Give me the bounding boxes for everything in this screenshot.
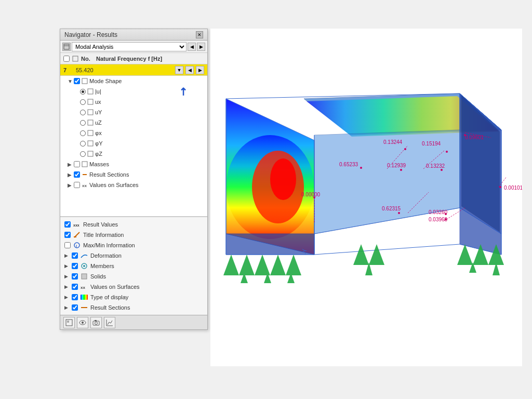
col-freq-header: Natural Frequency f [Hz] xyxy=(96,56,162,62)
svg-text:xx: xx xyxy=(81,285,85,290)
phiy-icon xyxy=(87,140,94,147)
svg-point-20 xyxy=(83,265,85,267)
result-values-checkbox[interactable] xyxy=(64,221,71,228)
result-sections-icon xyxy=(81,171,88,178)
svg-rect-6 xyxy=(88,110,93,115)
mode-shape-item[interactable]: ▼ Mode Shape xyxy=(60,76,207,86)
chart-btn[interactable] xyxy=(104,317,115,328)
eye-btn[interactable] xyxy=(77,317,88,328)
ux-label: ux xyxy=(95,99,101,105)
svg-point-37 xyxy=(270,158,296,200)
result-sections-item[interactable]: ▶ Result Sections xyxy=(60,169,207,180)
radio-uy-btn[interactable] xyxy=(80,110,86,115)
svg-text:0.00000: 0.00000 xyxy=(301,192,321,197)
legend-result-values[interactable]: xxx Result Values xyxy=(60,219,207,230)
svg-point-29 xyxy=(95,322,98,324)
members-icon xyxy=(80,262,88,270)
values-surfaces-tree-arrow: ▶ xyxy=(64,284,70,289)
col-no-header: No. xyxy=(81,56,94,62)
legend-type-display[interactable]: ▶ Type of display xyxy=(60,292,207,302)
svg-text:xx: xx xyxy=(82,183,87,188)
deformation-label: Deformation xyxy=(90,252,122,259)
maxmin-label: Max/Min Information xyxy=(83,242,135,248)
legend-deformation[interactable]: ▶ Deformation xyxy=(60,250,207,261)
svg-point-100 xyxy=(445,218,447,220)
result-values-label: Result Values xyxy=(83,221,118,228)
phiy-label: φY xyxy=(95,140,102,147)
radio-phiz[interactable]: φZ xyxy=(60,149,207,159)
masses-arrow: ▶ xyxy=(68,162,73,167)
radio-phiy-btn[interactable] xyxy=(80,141,86,147)
type-display-icon xyxy=(80,293,88,301)
radio-ux[interactable]: ux xyxy=(60,97,207,107)
close-button[interactable]: ✕ xyxy=(196,31,203,38)
phiz-label: φZ xyxy=(95,151,102,157)
svg-rect-10 xyxy=(88,151,93,156)
analysis-dropdown[interactable]: Modal Analysis xyxy=(72,42,187,51)
radio-ux-btn[interactable] xyxy=(80,99,86,105)
nav-prev-button[interactable]: ◀ xyxy=(188,43,196,51)
row-prev-btn[interactable]: ◀ xyxy=(185,66,194,74)
values-surfaces2-checkbox[interactable] xyxy=(72,284,78,290)
svg-text:0.12939: 0.12939 xyxy=(387,163,406,168)
header-checkbox[interactable] xyxy=(63,56,70,62)
masses-item[interactable]: ▶ Masses xyxy=(60,159,207,169)
result-sections-checkbox[interactable] xyxy=(74,171,80,178)
radio-uz[interactable]: uZ xyxy=(60,117,207,128)
svg-point-27 xyxy=(82,322,84,324)
phiz-icon xyxy=(87,150,94,157)
title-info-checkbox[interactable] xyxy=(64,232,71,238)
deformation-checkbox[interactable] xyxy=(72,252,78,259)
camera-btn[interactable] xyxy=(90,317,102,328)
svg-rect-7 xyxy=(88,120,93,125)
deformation-arrow: ▶ xyxy=(64,253,70,258)
svg-point-95 xyxy=(464,134,466,136)
legend-maxmin-info[interactable]: i Max/Min Information xyxy=(60,240,207,250)
svg-text:-Y: -Y xyxy=(301,248,308,255)
radio-phiz-btn[interactable] xyxy=(80,151,86,157)
svg-point-93 xyxy=(404,148,406,150)
svg-rect-8 xyxy=(88,130,93,136)
solids-label: Solids xyxy=(90,273,106,280)
selected-row[interactable]: 7 55.420 ▼ ◀ ▶ xyxy=(60,64,207,76)
radio-uz-btn[interactable] xyxy=(80,120,86,126)
svg-rect-25 xyxy=(67,321,69,323)
viewport-svg: -Y 0.00000 0.65233 0.13244 0.15194 0.096… xyxy=(210,29,522,366)
row-dropdown-btn[interactable]: ▼ xyxy=(175,66,183,74)
type-display-checkbox[interactable] xyxy=(72,294,78,300)
row-next-btn[interactable]: ▶ xyxy=(196,66,204,74)
tree-area: No. Natural Frequency f [Hz] 7 55.420 ▼ … xyxy=(60,53,207,216)
radio-phiy[interactable]: φY xyxy=(60,138,207,149)
mode-shape-checkbox[interactable] xyxy=(74,78,80,84)
radio-uy[interactable]: uY xyxy=(60,107,207,117)
legend-values-surfaces[interactable]: ▶ xx Values on Surfaces xyxy=(60,282,207,292)
maxmin-checkbox[interactable] xyxy=(64,242,71,248)
result-sections2-checkbox[interactable] xyxy=(72,304,78,311)
radio-phix-btn[interactable] xyxy=(80,130,86,136)
solids-checkbox[interactable] xyxy=(72,273,78,280)
values-surfaces-checkbox[interactable] xyxy=(74,182,80,188)
svg-rect-2 xyxy=(73,56,78,61)
legend-title-info[interactable]: Title Information xyxy=(60,230,207,240)
values-surfaces2-icon: xx xyxy=(80,283,88,291)
svg-text:0.00101: 0.00101 xyxy=(504,185,522,191)
radio-u-abs-btn[interactable] xyxy=(80,89,86,95)
nav-next-button[interactable]: ▶ xyxy=(197,43,205,51)
svg-rect-3 xyxy=(82,78,87,84)
legend-solids[interactable]: ▶ Solids xyxy=(60,271,207,282)
view-btn[interactable] xyxy=(63,317,75,328)
values-surfaces2-label: Values on Surfaces xyxy=(90,284,140,290)
masses-label: Masses xyxy=(89,161,109,167)
radio-phix[interactable]: φx xyxy=(60,128,207,138)
legend-result-sections2[interactable]: ▶ Result Sections xyxy=(60,302,207,313)
title-info-label: Title Information xyxy=(83,232,124,238)
values-surfaces-icon: xx xyxy=(81,181,88,189)
masses-checkbox[interactable] xyxy=(74,161,80,167)
ux-icon xyxy=(87,98,94,105)
mode-shape-icon xyxy=(81,77,88,85)
solids-arrow: ▶ xyxy=(64,274,70,279)
legend-members[interactable]: ▶ Members xyxy=(60,261,207,271)
result-sections-label: Result Sections xyxy=(89,171,129,178)
values-surfaces-item[interactable]: ▶ xx Values on Surfaces xyxy=(60,180,207,190)
members-checkbox[interactable] xyxy=(72,263,78,269)
